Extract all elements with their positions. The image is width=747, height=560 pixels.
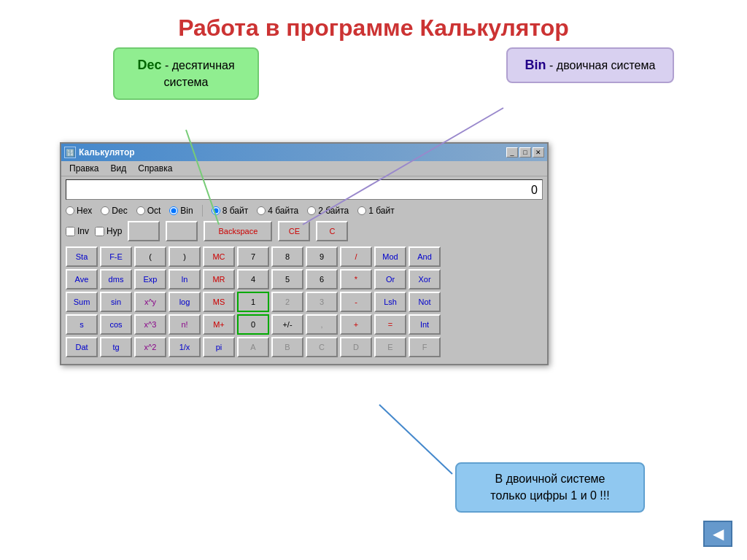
or-button[interactable]: Or	[374, 269, 406, 289]
mc-button[interactable]: MC	[203, 246, 235, 267]
nav-button[interactable]: ◀	[703, 521, 732, 547]
xpow3-button[interactable]: x^3	[134, 314, 166, 335]
4byte-radio-label[interactable]: 4 байта	[257, 206, 298, 216]
menu-pravka[interactable]: Правка	[67, 163, 101, 174]
lsh-button[interactable]: Lsh	[374, 292, 406, 312]
b-button[interactable]: B	[271, 337, 303, 357]
inv-btn[interactable]: 1/x	[169, 337, 201, 357]
ave-button[interactable]: Ave	[66, 269, 98, 289]
dec-keyword: Dec	[137, 58, 161, 72]
0-button[interactable]: 0	[237, 314, 269, 335]
title-left: 🔢 Калькулятор	[64, 147, 135, 158]
menu-vid[interactable]: Вид	[109, 163, 129, 174]
5-button[interactable]: 5	[271, 269, 303, 289]
sta-button[interactable]: Sta	[66, 246, 98, 267]
dat-button[interactable]: Dat	[66, 337, 98, 357]
page-title: Работа в программе Калькулятор	[0, 0, 747, 49]
mplus-button[interactable]: M+	[203, 314, 235, 335]
sub-button[interactable]: -	[340, 292, 372, 312]
exp-button[interactable]: Exp	[134, 269, 166, 289]
inv-checkbox[interactable]	[66, 227, 75, 236]
3-button[interactable]: 3	[306, 292, 338, 312]
cos-button[interactable]: cos	[100, 314, 132, 335]
inv-checkbox-label[interactable]: Inv	[66, 226, 89, 236]
xor-button[interactable]: Xor	[409, 269, 441, 289]
oct-radio[interactable]	[136, 206, 145, 215]
sin-button[interactable]: sin	[100, 292, 132, 312]
pi-button[interactable]: pi	[203, 337, 235, 357]
dec-text: - десятичная система	[161, 59, 234, 88]
2byte-radio[interactable]	[307, 206, 316, 215]
oct-radio-label[interactable]: Oct	[136, 206, 161, 216]
calculator-window: 🔢 Калькулятор _ □ ✕ Правка Вид Справка 0…	[60, 142, 549, 365]
8-button[interactable]: 8	[271, 246, 303, 267]
hyp-checkbox[interactable]	[95, 227, 104, 236]
btn-row-4: s cos x^3 n! M+ 0 +/- , + = Int	[66, 314, 543, 335]
7-button[interactable]: 7	[237, 246, 269, 267]
dec-radio[interactable]	[101, 206, 109, 215]
mul-button[interactable]: *	[340, 269, 372, 289]
d-button[interactable]: D	[340, 337, 372, 357]
ms-button[interactable]: MS	[203, 292, 235, 312]
hex-radio[interactable]	[66, 206, 74, 215]
e-button[interactable]: E	[374, 337, 406, 357]
fe-button[interactable]: F-E	[100, 246, 132, 267]
not-button[interactable]: Not	[409, 292, 441, 312]
ln-button[interactable]: ln	[169, 269, 201, 289]
menu-spravka[interactable]: Справка	[136, 163, 174, 174]
window-buttons[interactable]: _ □ ✕	[506, 147, 544, 158]
empty-btn-2[interactable]	[166, 221, 198, 241]
8byte-radio-label[interactable]: 8 байт	[212, 206, 248, 216]
bin-radio-label[interactable]: Bin	[169, 206, 193, 216]
8byte-radio[interactable]	[212, 206, 220, 215]
hyp-checkbox-label[interactable]: Hyp	[95, 226, 122, 236]
equals-button[interactable]: =	[374, 314, 406, 335]
1byte-radio-label[interactable]: 1 байт	[357, 206, 394, 216]
ce-button[interactable]: CE	[278, 221, 310, 241]
btn-row-1: Sta F-E ( ) MC 7 8 9 / Mod And	[66, 246, 543, 267]
1-button[interactable]: 1	[237, 292, 269, 312]
btn-row-2: Ave dms Exp ln MR 4 5 6 * Or Xor	[66, 269, 543, 289]
tg-button[interactable]: tg	[100, 337, 132, 357]
log-button[interactable]: log	[169, 292, 201, 312]
plusminus-button[interactable]: +/-	[271, 314, 303, 335]
backspace-button[interactable]: Backspace	[204, 221, 272, 241]
close-button[interactable]: ✕	[533, 147, 544, 158]
dms-button[interactable]: dms	[100, 269, 132, 289]
2byte-radio-label[interactable]: 2 байта	[307, 206, 349, 216]
c-hex-button[interactable]: C	[306, 337, 338, 357]
int-button[interactable]: Int	[409, 314, 441, 335]
mr-button[interactable]: MR	[203, 269, 235, 289]
4-button[interactable]: 4	[237, 269, 269, 289]
binary-note-bubble: В двоичной системе только цифры 1 и 0 !!…	[455, 462, 645, 513]
xpow2-button[interactable]: x^2	[134, 337, 166, 357]
comma-button[interactable]: ,	[306, 314, 338, 335]
mod-button[interactable]: Mod	[374, 246, 406, 267]
div-button[interactable]: /	[340, 246, 372, 267]
1byte-radio[interactable]	[357, 206, 366, 215]
minimize-button[interactable]: _	[506, 147, 518, 158]
xpowy-button[interactable]: x^y	[134, 292, 166, 312]
c-button[interactable]: C	[316, 221, 348, 241]
calc-icon: 🔢	[64, 147, 76, 158]
bin-radio[interactable]	[169, 206, 178, 215]
2-button[interactable]: 2	[271, 292, 303, 312]
f-button[interactable]: F	[409, 337, 441, 357]
6-button[interactable]: 6	[306, 269, 338, 289]
svg-line-2	[379, 405, 452, 474]
4byte-radio[interactable]	[257, 206, 266, 215]
lparen-button[interactable]: (	[134, 246, 166, 267]
maximize-button[interactable]: □	[519, 147, 531, 158]
9-button[interactable]: 9	[306, 246, 338, 267]
dec-bubble: Dec - десятичная система	[113, 47, 259, 100]
dec-radio-label[interactable]: Dec	[101, 206, 127, 216]
rparen-button[interactable]: )	[169, 246, 201, 267]
s-button[interactable]: s	[66, 314, 98, 335]
hex-radio-label[interactable]: Hex	[66, 206, 92, 216]
empty-btn-1[interactable]	[128, 221, 160, 241]
and-button[interactable]: And	[409, 246, 441, 267]
nfact-button[interactable]: n!	[169, 314, 201, 335]
sum-button[interactable]: Sum	[66, 292, 98, 312]
plus-button[interactable]: +	[340, 314, 372, 335]
a-button[interactable]: A	[237, 337, 269, 357]
